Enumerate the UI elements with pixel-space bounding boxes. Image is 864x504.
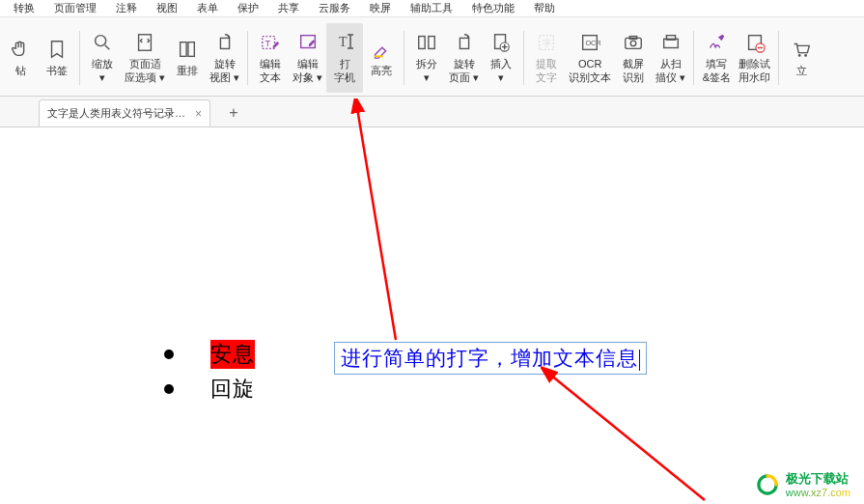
list-item-text[interactable]: 回旋 xyxy=(210,375,255,404)
ribbon-label: 对象 ▾ xyxy=(293,71,322,84)
ribbon-label: 高亮 xyxy=(371,65,392,77)
ribbon-pageopt-button[interactable]: 页面适应选项 ▾ xyxy=(121,23,169,93)
ribbon-rotpage-button[interactable]: 旋转页面 ▾ xyxy=(445,23,483,93)
ribbon-label: 提取 xyxy=(536,58,557,70)
list-item: 回旋 xyxy=(164,375,255,404)
menu-item-view[interactable]: 视图 xyxy=(147,0,187,16)
ribbon-label: 从扫 xyxy=(660,58,682,70)
ribbon-insert-button[interactable]: 插入 ▾ xyxy=(483,23,519,93)
menu-bar: 转换 页面管理 注释 视图 表单 保护 共享 云服务 映屏 辅助工具 特色功能 … xyxy=(0,0,864,17)
svg-text:字: 字 xyxy=(543,39,552,48)
ribbon-extract-button[interactable]: 字提取文字 xyxy=(528,23,565,93)
svg-rect-16 xyxy=(460,39,468,49)
ribbon-separator xyxy=(247,31,248,85)
ribbon-label: 编辑 xyxy=(297,58,319,70)
ribbon-label: 字机 xyxy=(334,71,355,84)
bookmark-icon xyxy=(45,38,69,61)
ribbon-bookmark-button[interactable]: 书签 xyxy=(39,23,75,93)
menu-item-convert[interactable]: 转换 xyxy=(4,0,44,16)
ribbon-label: 视图 ▾ xyxy=(209,71,239,84)
ribbon-label: 页面 ▾ xyxy=(449,71,479,84)
split-icon xyxy=(415,31,438,54)
editobj-icon xyxy=(296,31,320,54)
ribbon-highlight-button[interactable]: 高亮 xyxy=(363,23,400,93)
svg-rect-13 xyxy=(375,55,383,57)
svg-point-33 xyxy=(798,54,801,57)
ribbon-label: 截屏 xyxy=(623,58,644,70)
typewriter-text-box[interactable]: 进行简单的打字，增加文本信息 xyxy=(334,342,647,375)
ribbon-label: 页面适 xyxy=(129,58,161,70)
svg-rect-2 xyxy=(139,35,152,51)
ribbon-label: 旋转 xyxy=(214,58,236,70)
ribbon-separator xyxy=(79,31,80,85)
svg-text:T: T xyxy=(339,35,348,49)
close-icon[interactable]: × xyxy=(195,107,202,121)
menu-item-form[interactable]: 表单 xyxy=(187,0,228,16)
svg-rect-5 xyxy=(220,39,229,49)
ribbon-fillsign-button[interactable]: 填写&签名 xyxy=(698,23,735,93)
svg-rect-25 xyxy=(626,39,642,49)
list-item-text-highlighted[interactable]: 安息 xyxy=(210,340,255,369)
svg-rect-4 xyxy=(188,42,194,57)
menu-item-assist[interactable]: 辅助工具 xyxy=(401,0,462,16)
bullet-icon xyxy=(164,384,174,394)
ribbon-label: 应选项 ▾ xyxy=(125,71,165,84)
ribbon-label: &签名 xyxy=(703,71,731,84)
ribbon-label: 缩放 xyxy=(92,58,113,70)
cart-icon xyxy=(790,38,813,61)
ribbon-label: 删除试 xyxy=(739,58,770,70)
typed-text: 进行简单的打字，增加文本信息 xyxy=(341,347,638,370)
ribbon-separator xyxy=(693,31,694,85)
bullet-list: 安息 回旋 xyxy=(164,340,255,409)
typewriter-icon: T xyxy=(333,31,356,54)
document-tab[interactable]: 文字是人类用表义符号记录… × xyxy=(39,99,210,126)
ribbon-rotview-button[interactable]: 旋转视图 ▾ xyxy=(206,23,243,93)
ribbon-separator xyxy=(778,31,779,85)
ribbon-label: ▾ xyxy=(498,71,504,84)
ribbon-label: 文本 xyxy=(260,71,281,84)
ribbon-label: 拆分 xyxy=(416,58,437,70)
svg-rect-3 xyxy=(181,42,186,57)
ribbon-screenshot-button[interactable]: 截屏识别 xyxy=(615,23,652,93)
ribbon-rearr-button[interactable]: 重排 xyxy=(169,23,206,93)
ribbon-ocr-button[interactable]: OCROCR识别文本 xyxy=(565,23,615,93)
menu-item-page-manage[interactable]: 页面管理 xyxy=(44,0,106,16)
ribbon-more-button[interactable]: 立 xyxy=(783,23,820,93)
ribbon-label: 文字 xyxy=(536,71,557,84)
edittext-icon: T xyxy=(259,31,282,54)
ribbon-editobj-button[interactable]: 编辑对象 ▾ xyxy=(289,23,326,93)
document-area[interactable]: 安息 回旋 进行简单的打字，增加文本信息 极光下载站 www.xz7.com xyxy=(0,127,864,504)
ribbon-label: 填写 xyxy=(706,58,727,70)
ribbon-hand-button[interactable]: 钻 xyxy=(2,23,39,93)
ribbon-label: 用水印 xyxy=(739,71,770,84)
menu-item-help[interactable]: 帮助 xyxy=(524,0,565,16)
ribbon-label: 钻 xyxy=(15,65,26,77)
insert-icon xyxy=(489,31,513,54)
menu-item-comment[interactable]: 注释 xyxy=(106,0,147,16)
menu-item-feature[interactable]: 特色功能 xyxy=(462,0,524,16)
watermark-name: 极光下载站 xyxy=(786,470,850,488)
ribbon-typewriter-button[interactable]: T打字机 xyxy=(326,23,363,93)
wm-icon xyxy=(743,31,766,54)
ribbon-separator xyxy=(523,31,524,85)
ribbon-split-button[interactable]: 拆分 ▾ xyxy=(408,23,445,93)
hand-icon xyxy=(9,38,32,61)
hl-icon xyxy=(370,38,393,61)
shot-icon xyxy=(622,31,645,54)
ribbon-zoom-button[interactable]: 缩放 ▾ xyxy=(84,23,121,93)
add-tab-button[interactable]: + xyxy=(220,99,247,126)
menu-item-protect[interactable]: 保护 xyxy=(228,0,268,16)
fit-icon xyxy=(133,31,156,54)
ribbon-label: 书签 xyxy=(46,65,68,77)
ribbon-edittext-button[interactable]: T编辑文本 xyxy=(252,23,289,93)
menu-item-screencast[interactable]: 映屏 xyxy=(360,0,401,16)
ribbon-toolbar: 钻书签缩放 ▾页面适应选项 ▾重排旋转视图 ▾T编辑文本编辑对象 ▾T打字机高亮… xyxy=(0,17,864,97)
watermark-text: 极光下载站 www.xz7.com xyxy=(786,470,850,498)
menu-item-share[interactable]: 共享 xyxy=(268,0,309,16)
ribbon-trywm-button[interactable]: 删除试用水印 xyxy=(735,23,774,93)
menu-item-cloud[interactable]: 云服务 xyxy=(309,0,360,16)
ribbon-label: 描仪 ▾ xyxy=(655,71,685,84)
ribbon-scan-button[interactable]: 从扫描仪 ▾ xyxy=(652,23,689,93)
svg-text:OCR: OCR xyxy=(586,39,601,47)
svg-line-1 xyxy=(105,45,110,50)
